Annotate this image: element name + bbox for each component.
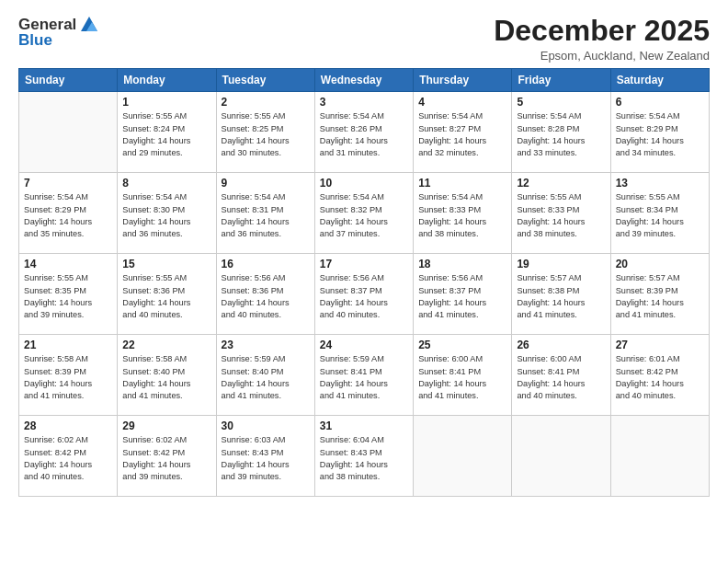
calendar-week-3: 21Sunrise: 5:58 AM Sunset: 8:39 PM Dayli… xyxy=(19,335,710,416)
day-info: Sunrise: 5:56 AM Sunset: 8:37 PM Dayligh… xyxy=(320,272,408,321)
day-number: 13 xyxy=(616,177,704,190)
day-info: Sunrise: 5:55 AM Sunset: 8:35 PM Dayligh… xyxy=(24,272,112,321)
day-info: Sunrise: 5:55 AM Sunset: 8:33 PM Dayligh… xyxy=(517,191,605,240)
day-info: Sunrise: 5:54 AM Sunset: 8:31 PM Dayligh… xyxy=(222,191,310,240)
calendar-cell xyxy=(19,92,118,173)
calendar-cell: 13Sunrise: 5:55 AM Sunset: 8:34 PM Dayli… xyxy=(610,173,709,254)
day-info: Sunrise: 6:03 AM Sunset: 8:43 PM Dayligh… xyxy=(222,434,310,483)
day-info: Sunrise: 6:02 AM Sunset: 8:42 PM Dayligh… xyxy=(122,434,210,483)
day-number: 1 xyxy=(122,96,210,109)
logo-blue: Blue xyxy=(18,31,52,50)
calendar-cell: 31Sunrise: 6:04 AM Sunset: 8:43 PM Dayli… xyxy=(314,416,413,497)
day-number: 21 xyxy=(24,339,112,351)
day-info: Sunrise: 6:04 AM Sunset: 8:43 PM Dayligh… xyxy=(320,434,408,483)
calendar-cell xyxy=(512,416,610,497)
calendar-cell: 8Sunrise: 5:54 AM Sunset: 8:30 PM Daylig… xyxy=(118,173,216,254)
day-info: Sunrise: 5:54 AM Sunset: 8:33 PM Dayligh… xyxy=(418,191,506,240)
calendar-cell: 22Sunrise: 5:58 AM Sunset: 8:40 PM Dayli… xyxy=(118,335,216,416)
col-sunday: Sunday xyxy=(19,69,118,92)
day-number: 3 xyxy=(320,96,408,109)
day-number: 2 xyxy=(222,96,310,109)
calendar-cell: 21Sunrise: 5:58 AM Sunset: 8:39 PM Dayli… xyxy=(19,335,118,416)
calendar-week-1: 7Sunrise: 5:54 AM Sunset: 8:29 PM Daylig… xyxy=(19,173,710,254)
day-number: 17 xyxy=(320,258,408,270)
title-block: December 2025 Epsom, Auckland, New Zeala… xyxy=(494,15,710,63)
day-number: 5 xyxy=(517,96,605,109)
day-info: Sunrise: 5:54 AM Sunset: 8:30 PM Dayligh… xyxy=(122,191,210,240)
calendar-cell: 20Sunrise: 5:57 AM Sunset: 8:39 PM Dayli… xyxy=(610,254,709,335)
logo: General Blue xyxy=(18,15,99,50)
day-info: Sunrise: 6:00 AM Sunset: 8:41 PM Dayligh… xyxy=(517,353,605,402)
day-number: 11 xyxy=(418,177,506,190)
calendar-cell: 16Sunrise: 5:56 AM Sunset: 8:36 PM Dayli… xyxy=(216,254,314,335)
calendar-cell: 24Sunrise: 5:59 AM Sunset: 8:41 PM Dayli… xyxy=(314,335,413,416)
day-number: 20 xyxy=(616,258,704,270)
calendar-cell: 15Sunrise: 5:55 AM Sunset: 8:36 PM Dayli… xyxy=(118,254,216,335)
logo-icon xyxy=(79,15,99,35)
day-number: 31 xyxy=(320,419,408,432)
day-info: Sunrise: 5:55 AM Sunset: 8:24 PM Dayligh… xyxy=(122,110,210,159)
day-number: 10 xyxy=(320,177,408,190)
page: General Blue December 2025 Epsom, Auckla… xyxy=(0,0,728,563)
col-wednesday: Wednesday xyxy=(314,69,413,92)
day-number: 6 xyxy=(616,96,704,109)
day-info: Sunrise: 5:56 AM Sunset: 8:36 PM Dayligh… xyxy=(222,272,310,321)
day-number: 23 xyxy=(222,339,310,351)
day-info: Sunrise: 5:54 AM Sunset: 8:28 PM Dayligh… xyxy=(517,110,605,159)
day-number: 26 xyxy=(517,339,605,351)
calendar-cell xyxy=(610,416,709,497)
calendar-cell: 1Sunrise: 5:55 AM Sunset: 8:24 PM Daylig… xyxy=(118,92,216,173)
calendar-cell: 2Sunrise: 5:55 AM Sunset: 8:25 PM Daylig… xyxy=(216,92,314,173)
col-monday: Monday xyxy=(118,69,216,92)
location: Epsom, Auckland, New Zealand xyxy=(494,49,710,63)
calendar-cell: 23Sunrise: 5:59 AM Sunset: 8:40 PM Dayli… xyxy=(216,335,314,416)
calendar-cell: 9Sunrise: 5:54 AM Sunset: 8:31 PM Daylig… xyxy=(216,173,314,254)
calendar-cell: 7Sunrise: 5:54 AM Sunset: 8:29 PM Daylig… xyxy=(19,173,118,254)
calendar-cell: 18Sunrise: 5:56 AM Sunset: 8:37 PM Dayli… xyxy=(414,254,512,335)
calendar-cell: 29Sunrise: 6:02 AM Sunset: 8:42 PM Dayli… xyxy=(118,416,216,497)
day-number: 9 xyxy=(222,177,310,190)
calendar-cell: 10Sunrise: 5:54 AM Sunset: 8:32 PM Dayli… xyxy=(314,173,413,254)
calendar-week-0: 1Sunrise: 5:55 AM Sunset: 8:24 PM Daylig… xyxy=(19,92,710,173)
day-info: Sunrise: 5:55 AM Sunset: 8:25 PM Dayligh… xyxy=(222,110,310,159)
day-info: Sunrise: 5:59 AM Sunset: 8:41 PM Dayligh… xyxy=(320,353,408,402)
calendar-cell: 25Sunrise: 6:00 AM Sunset: 8:41 PM Dayli… xyxy=(414,335,512,416)
day-info: Sunrise: 5:57 AM Sunset: 8:39 PM Dayligh… xyxy=(616,272,704,321)
calendar-cell: 3Sunrise: 5:54 AM Sunset: 8:26 PM Daylig… xyxy=(314,92,413,173)
calendar-cell: 27Sunrise: 6:01 AM Sunset: 8:42 PM Dayli… xyxy=(610,335,709,416)
day-number: 22 xyxy=(122,339,210,351)
col-saturday: Saturday xyxy=(610,69,709,92)
day-number: 18 xyxy=(418,258,506,270)
day-number: 19 xyxy=(517,258,605,270)
day-info: Sunrise: 5:54 AM Sunset: 8:29 PM Dayligh… xyxy=(616,110,704,159)
calendar-cell: 19Sunrise: 5:57 AM Sunset: 8:38 PM Dayli… xyxy=(512,254,610,335)
day-info: Sunrise: 6:02 AM Sunset: 8:42 PM Dayligh… xyxy=(24,434,112,483)
day-number: 14 xyxy=(24,258,112,270)
calendar-header-row: Sunday Monday Tuesday Wednesday Thursday… xyxy=(19,69,710,92)
calendar-cell: 4Sunrise: 5:54 AM Sunset: 8:27 PM Daylig… xyxy=(414,92,512,173)
day-info: Sunrise: 5:57 AM Sunset: 8:38 PM Dayligh… xyxy=(517,272,605,321)
day-info: Sunrise: 5:58 AM Sunset: 8:39 PM Dayligh… xyxy=(24,353,112,402)
day-number: 30 xyxy=(222,419,310,432)
day-info: Sunrise: 5:54 AM Sunset: 8:29 PM Dayligh… xyxy=(24,191,112,240)
calendar: Sunday Monday Tuesday Wednesday Thursday… xyxy=(18,68,710,497)
day-info: Sunrise: 5:58 AM Sunset: 8:40 PM Dayligh… xyxy=(122,353,210,402)
day-info: Sunrise: 5:56 AM Sunset: 8:37 PM Dayligh… xyxy=(418,272,506,321)
day-info: Sunrise: 5:55 AM Sunset: 8:34 PM Dayligh… xyxy=(616,191,704,240)
calendar-cell: 28Sunrise: 6:02 AM Sunset: 8:42 PM Dayli… xyxy=(19,416,118,497)
calendar-cell: 5Sunrise: 5:54 AM Sunset: 8:28 PM Daylig… xyxy=(512,92,610,173)
day-number: 29 xyxy=(122,419,210,432)
header: General Blue December 2025 Epsom, Auckla… xyxy=(18,15,710,63)
calendar-cell: 11Sunrise: 5:54 AM Sunset: 8:33 PM Dayli… xyxy=(414,173,512,254)
day-info: Sunrise: 6:00 AM Sunset: 8:41 PM Dayligh… xyxy=(418,353,506,402)
col-thursday: Thursday xyxy=(414,69,512,92)
calendar-cell: 26Sunrise: 6:00 AM Sunset: 8:41 PM Dayli… xyxy=(512,335,610,416)
day-info: Sunrise: 6:01 AM Sunset: 8:42 PM Dayligh… xyxy=(616,353,704,402)
calendar-cell: 6Sunrise: 5:54 AM Sunset: 8:29 PM Daylig… xyxy=(610,92,709,173)
day-number: 24 xyxy=(320,339,408,351)
day-number: 4 xyxy=(418,96,506,109)
calendar-cell: 30Sunrise: 6:03 AM Sunset: 8:43 PM Dayli… xyxy=(216,416,314,497)
day-number: 25 xyxy=(418,339,506,351)
day-info: Sunrise: 5:55 AM Sunset: 8:36 PM Dayligh… xyxy=(122,272,210,321)
calendar-cell xyxy=(414,416,512,497)
